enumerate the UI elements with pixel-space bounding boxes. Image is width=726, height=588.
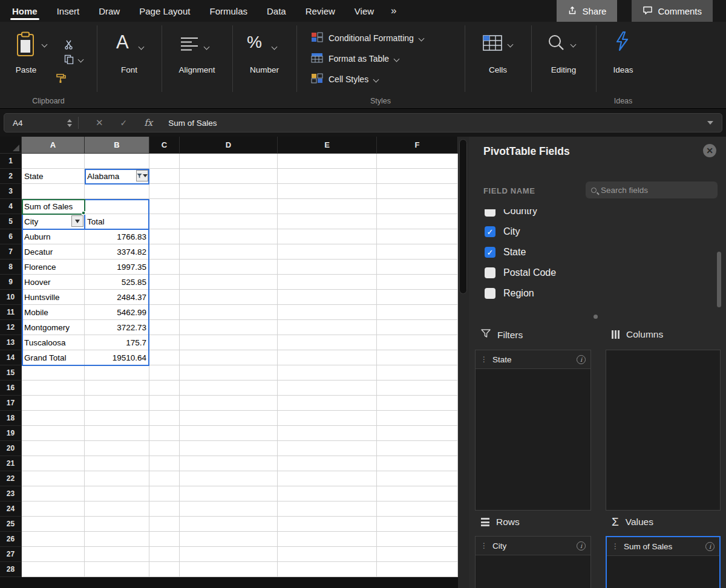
format-as-table-button[interactable]: Format as Table: [311, 51, 399, 67]
cell-D11[interactable]: [180, 305, 278, 320]
cells-dropdown-caret[interactable]: [508, 42, 514, 48]
cell-A16[interactable]: [22, 381, 85, 396]
area-box-rows[interactable]: ⋮Cityi: [475, 536, 591, 588]
cell-C27[interactable]: [149, 547, 180, 562]
fill-handle[interactable]: [82, 211, 85, 215]
info-icon[interactable]: i: [705, 542, 715, 551]
cells-icon[interactable]: [483, 35, 502, 53]
cell-E11[interactable]: [278, 305, 377, 320]
cell-E27[interactable]: [278, 547, 377, 562]
cell-E4[interactable]: [278, 199, 377, 214]
paste-dropdown-caret[interactable]: [42, 42, 48, 48]
cell-E22[interactable]: [278, 471, 377, 486]
cancel-icon[interactable]: ✕: [96, 117, 103, 128]
cell-D16[interactable]: [180, 381, 278, 396]
cell-B14[interactable]: 19510.64: [85, 350, 149, 365]
cell-A9[interactable]: Hoover: [22, 275, 85, 290]
cell-D25[interactable]: [180, 517, 278, 532]
tab-insert[interactable]: Insert: [47, 0, 90, 22]
area-box-values[interactable]: ⋮Sum of Salesi: [606, 536, 721, 588]
cell-C25[interactable]: [149, 517, 180, 532]
cell-F9[interactable]: [377, 275, 458, 290]
cell-A14[interactable]: Grand Total: [22, 350, 85, 365]
editing-dropdown-caret[interactable]: [571, 42, 577, 48]
row-header-13[interactable]: 13: [0, 335, 22, 350]
cell-E21[interactable]: [278, 456, 377, 471]
cell-B20[interactable]: [85, 441, 149, 456]
row-header-2[interactable]: 2: [0, 169, 22, 184]
cell-D15[interactable]: [180, 365, 278, 381]
cell-B6[interactable]: 1766.83: [85, 229, 149, 244]
area-item-state[interactable]: ⋮Statei: [476, 350, 590, 369]
area-item-sum-of-sales[interactable]: ⋮Sum of Salesi: [607, 537, 719, 556]
cell-D10[interactable]: [180, 290, 278, 305]
field-item-country[interactable]: Country: [469, 209, 712, 221]
cell-B28[interactable]: [85, 562, 149, 577]
cell-B15[interactable]: [85, 365, 149, 381]
number-dropdown-caret[interactable]: [272, 44, 278, 50]
checkbox-unchecked-icon[interactable]: [485, 209, 495, 217]
cell-B4[interactable]: [85, 199, 149, 214]
format-painter-icon[interactable]: [56, 73, 67, 86]
cell-B19[interactable]: [85, 426, 149, 441]
cell-E23[interactable]: [278, 486, 377, 501]
cell-D17[interactable]: [180, 396, 278, 411]
cell-B22[interactable]: [85, 471, 149, 486]
cell-F23[interactable]: [377, 486, 458, 501]
cell-E18[interactable]: [278, 411, 377, 426]
cell-D5[interactable]: [180, 214, 278, 229]
cell-E9[interactable]: [278, 275, 377, 290]
cell-B21[interactable]: [85, 456, 149, 471]
area-item-city[interactable]: ⋮Cityi: [476, 537, 590, 555]
ribbon-overflow-chevron[interactable]: »: [384, 0, 404, 22]
cell-E24[interactable]: [278, 501, 377, 517]
field-item-state[interactable]: ✓State: [469, 242, 712, 263]
alignment-icon[interactable]: [180, 36, 198, 53]
cell-F27[interactable]: [377, 547, 458, 562]
cell-E19[interactable]: [278, 426, 377, 441]
field-item-region[interactable]: Region: [469, 283, 712, 300]
row-header-9[interactable]: 9: [0, 275, 22, 290]
cell-C20[interactable]: [149, 441, 180, 456]
cell-B18[interactable]: [85, 411, 149, 426]
cell-F19[interactable]: [377, 426, 458, 441]
tab-formulas[interactable]: Formulas: [200, 0, 257, 22]
cell-D3[interactable]: [180, 184, 278, 199]
cell-D22[interactable]: [180, 471, 278, 486]
row-header-20[interactable]: 20: [0, 441, 22, 456]
cell-A15[interactable]: [22, 365, 85, 381]
number-format-icon[interactable]: %: [247, 33, 262, 52]
row-header-14[interactable]: 14: [0, 350, 22, 365]
cell-A18[interactable]: [22, 411, 85, 426]
conditional-formatting-button[interactable]: Conditional Formatting: [311, 30, 424, 46]
cell-C3[interactable]: [149, 184, 180, 199]
tab-page-layout[interactable]: Page Layout: [129, 0, 200, 22]
insert-function-icon[interactable]: fx: [144, 117, 152, 128]
cell-E6[interactable]: [278, 229, 377, 244]
cell-C14[interactable]: [149, 350, 180, 365]
field-item-postal-code[interactable]: Postal Code: [469, 263, 712, 283]
cell-B17[interactable]: [85, 396, 149, 411]
row-header-15[interactable]: 15: [0, 365, 22, 381]
cell-C8[interactable]: [149, 260, 180, 275]
cell-E25[interactable]: [278, 517, 377, 532]
row-header-28[interactable]: 28: [0, 562, 22, 577]
close-icon[interactable]: ✕: [703, 144, 716, 157]
cell-A1[interactable]: [22, 154, 85, 169]
row-header-16[interactable]: 16: [0, 381, 22, 396]
row-header-18[interactable]: 18: [0, 411, 22, 426]
search-input[interactable]: [601, 186, 712, 195]
copy-icon[interactable]: [64, 54, 74, 67]
column-header-C[interactable]: C: [149, 137, 180, 154]
cell-F17[interactable]: [377, 396, 458, 411]
cell-C18[interactable]: [149, 411, 180, 426]
cell-C23[interactable]: [149, 486, 180, 501]
cell-D19[interactable]: [180, 426, 278, 441]
field-list-scrollbar-thumb[interactable]: [717, 252, 721, 307]
cell-F2[interactable]: [377, 169, 458, 184]
checkbox-unchecked-icon[interactable]: [485, 267, 495, 278]
cell-B2[interactable]: Alabama: [85, 169, 149, 184]
cell-D12[interactable]: [180, 320, 278, 335]
cell-A12[interactable]: Montgomery: [22, 320, 85, 335]
row-header-12[interactable]: 12: [0, 320, 22, 335]
